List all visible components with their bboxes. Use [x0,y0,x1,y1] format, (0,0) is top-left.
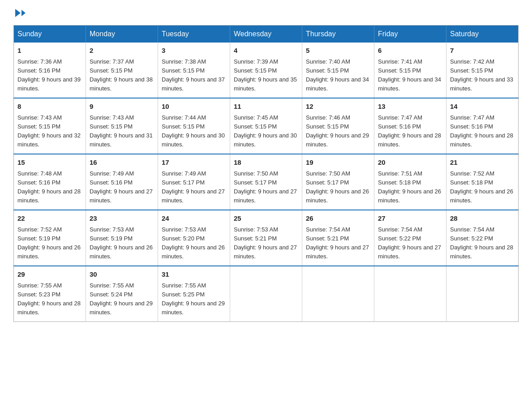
day-number: 16 [90,158,154,168]
calendar-cell: 23Sunrise: 7:53 AMSunset: 5:19 PMDayligh… [86,210,158,266]
day-info: Sunrise: 7:54 AMSunset: 5:22 PMDaylight:… [378,226,441,260]
weekday-header-tuesday: Tuesday [158,26,230,43]
day-info: Sunrise: 7:49 AMSunset: 5:16 PMDaylight:… [90,170,153,204]
calendar-cell: 9Sunrise: 7:43 AMSunset: 5:15 PMDaylight… [86,98,158,154]
day-number: 1 [17,46,82,56]
calendar-cell: 1Sunrise: 7:36 AMSunset: 5:16 PMDaylight… [14,43,86,98]
day-info: Sunrise: 7:38 AMSunset: 5:15 PMDaylight:… [162,58,225,92]
day-number: 15 [17,158,82,168]
day-number: 18 [234,158,298,168]
day-number: 26 [306,214,370,224]
day-info: Sunrise: 7:43 AMSunset: 5:15 PMDaylight:… [90,114,153,148]
day-number: 30 [90,270,154,280]
day-number: 10 [162,102,226,112]
calendar-week-row: 8Sunrise: 7:43 AMSunset: 5:15 PMDaylight… [14,98,519,154]
calendar-week-row: 29Sunrise: 7:55 AMSunset: 5:23 PMDayligh… [14,266,519,322]
day-info: Sunrise: 7:43 AMSunset: 5:15 PMDaylight:… [17,114,81,148]
calendar-week-row: 1Sunrise: 7:36 AMSunset: 5:16 PMDaylight… [14,43,519,98]
calendar-cell: 19Sunrise: 7:50 AMSunset: 5:17 PMDayligh… [302,154,374,210]
calendar-cell [446,266,519,322]
day-number: 31 [162,270,226,280]
day-number: 20 [378,158,442,168]
day-number: 11 [234,102,298,112]
day-number: 22 [17,214,82,224]
calendar-cell: 3Sunrise: 7:38 AMSunset: 5:15 PMDaylight… [158,43,230,98]
day-number: 8 [17,102,82,112]
calendar-cell: 28Sunrise: 7:54 AMSunset: 5:22 PMDayligh… [446,210,519,266]
day-info: Sunrise: 7:49 AMSunset: 5:17 PMDaylight:… [162,170,225,204]
day-number: 28 [450,214,515,224]
calendar-cell [230,266,302,322]
calendar-cell: 24Sunrise: 7:53 AMSunset: 5:20 PMDayligh… [158,210,230,266]
day-info: Sunrise: 7:42 AMSunset: 5:15 PMDaylight:… [450,58,513,92]
day-number: 5 [306,46,370,56]
calendar-cell: 15Sunrise: 7:48 AMSunset: 5:16 PMDayligh… [14,154,86,210]
day-info: Sunrise: 7:52 AMSunset: 5:18 PMDaylight:… [450,170,513,204]
day-info: Sunrise: 7:40 AMSunset: 5:15 PMDaylight:… [306,58,369,92]
day-number: 9 [90,102,154,112]
day-info: Sunrise: 7:55 AMSunset: 5:25 PMDaylight:… [162,282,225,316]
calendar-cell: 12Sunrise: 7:46 AMSunset: 5:15 PMDayligh… [302,98,374,154]
day-number: 7 [450,46,515,56]
calendar-cell: 25Sunrise: 7:53 AMSunset: 5:21 PMDayligh… [230,210,302,266]
day-info: Sunrise: 7:36 AMSunset: 5:16 PMDaylight:… [17,58,81,92]
calendar-cell: 31Sunrise: 7:55 AMSunset: 5:25 PMDayligh… [158,266,230,322]
day-info: Sunrise: 7:48 AMSunset: 5:16 PMDaylight:… [17,170,81,204]
weekday-header-sunday: Sunday [14,26,86,43]
calendar-week-row: 15Sunrise: 7:48 AMSunset: 5:16 PMDayligh… [14,154,519,210]
calendar-cell: 5Sunrise: 7:40 AMSunset: 5:15 PMDaylight… [302,43,374,98]
day-info: Sunrise: 7:37 AMSunset: 5:15 PMDaylight:… [90,58,153,92]
day-number: 17 [162,158,226,168]
calendar-cell: 18Sunrise: 7:50 AMSunset: 5:17 PMDayligh… [230,154,302,210]
day-info: Sunrise: 7:46 AMSunset: 5:15 PMDaylight:… [306,114,369,148]
day-number: 21 [450,158,515,168]
calendar-cell: 26Sunrise: 7:54 AMSunset: 5:21 PMDayligh… [302,210,374,266]
day-number: 14 [450,102,515,112]
calendar-cell: 7Sunrise: 7:42 AMSunset: 5:15 PMDaylight… [446,43,519,98]
calendar-cell: 14Sunrise: 7:47 AMSunset: 5:16 PMDayligh… [446,98,519,154]
calendar-cell: 11Sunrise: 7:45 AMSunset: 5:15 PMDayligh… [230,98,302,154]
calendar-cell [374,266,446,322]
calendar-cell: 8Sunrise: 7:43 AMSunset: 5:15 PMDaylight… [14,98,86,154]
day-info: Sunrise: 7:53 AMSunset: 5:20 PMDaylight:… [162,226,225,260]
calendar-cell: 16Sunrise: 7:49 AMSunset: 5:16 PMDayligh… [86,154,158,210]
calendar-cell: 13Sunrise: 7:47 AMSunset: 5:16 PMDayligh… [374,98,446,154]
day-info: Sunrise: 7:55 AMSunset: 5:23 PMDaylight:… [17,282,81,316]
day-info: Sunrise: 7:52 AMSunset: 5:19 PMDaylight:… [17,226,81,260]
calendar-cell [302,266,374,322]
day-info: Sunrise: 7:51 AMSunset: 5:18 PMDaylight:… [378,170,441,204]
day-info: Sunrise: 7:47 AMSunset: 5:16 PMDaylight:… [378,114,441,148]
calendar-cell: 6Sunrise: 7:41 AMSunset: 5:15 PMDaylight… [374,43,446,98]
day-number: 27 [378,214,442,224]
day-number: 19 [306,158,370,168]
day-number: 12 [306,102,370,112]
day-info: Sunrise: 7:50 AMSunset: 5:17 PMDaylight:… [306,170,369,204]
day-number: 23 [90,214,154,224]
calendar-cell: 21Sunrise: 7:52 AMSunset: 5:18 PMDayligh… [446,154,519,210]
calendar-cell: 22Sunrise: 7:52 AMSunset: 5:19 PMDayligh… [14,210,86,266]
day-info: Sunrise: 7:45 AMSunset: 5:15 PMDaylight:… [234,114,297,148]
day-info: Sunrise: 7:50 AMSunset: 5:17 PMDaylight:… [234,170,297,204]
day-number: 3 [162,46,226,56]
calendar-cell: 2Sunrise: 7:37 AMSunset: 5:15 PMDaylight… [86,43,158,98]
day-number: 13 [378,102,442,112]
calendar-table: SundayMondayTuesdayWednesdayThursdayFrid… [13,25,519,322]
calendar-week-row: 22Sunrise: 7:52 AMSunset: 5:19 PMDayligh… [14,210,519,266]
calendar-cell: 17Sunrise: 7:49 AMSunset: 5:17 PMDayligh… [158,154,230,210]
calendar-header-row: SundayMondayTuesdayWednesdayThursdayFrid… [14,26,519,43]
calendar-cell: 27Sunrise: 7:54 AMSunset: 5:22 PMDayligh… [374,210,446,266]
weekday-header-friday: Friday [374,26,446,43]
day-info: Sunrise: 7:54 AMSunset: 5:22 PMDaylight:… [450,226,513,260]
calendar-cell: 29Sunrise: 7:55 AMSunset: 5:23 PMDayligh… [14,266,86,322]
day-info: Sunrise: 7:44 AMSunset: 5:15 PMDaylight:… [162,114,225,148]
day-number: 25 [234,214,298,224]
logo [13,9,26,17]
day-number: 4 [234,46,298,56]
page-header [13,9,519,17]
weekday-header-saturday: Saturday [446,26,519,43]
calendar-cell: 10Sunrise: 7:44 AMSunset: 5:15 PMDayligh… [158,98,230,154]
day-number: 24 [162,214,226,224]
day-number: 29 [17,270,82,280]
day-info: Sunrise: 7:39 AMSunset: 5:15 PMDaylight:… [234,58,297,92]
day-info: Sunrise: 7:54 AMSunset: 5:21 PMDaylight:… [306,226,369,260]
